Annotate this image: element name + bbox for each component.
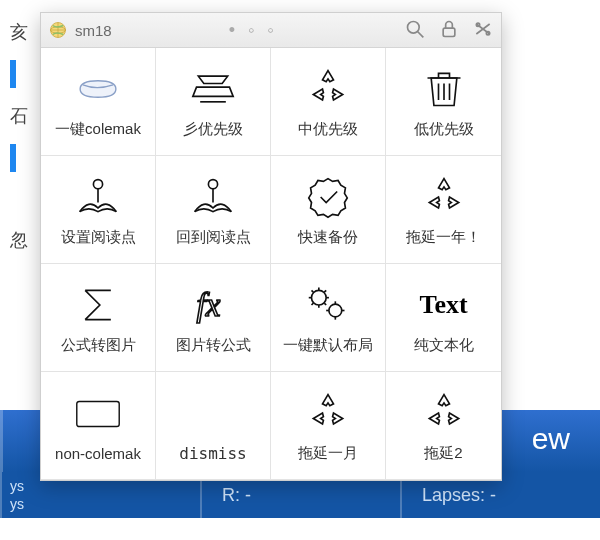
text-icon: Text: [419, 280, 467, 330]
keyboard-icon: [76, 389, 120, 439]
svg-line-25: [324, 290, 326, 292]
reader-goto-icon: [191, 172, 235, 222]
recycle-icon: [422, 388, 466, 438]
fx-icon: fx: [191, 280, 235, 330]
svg-point-13: [208, 180, 217, 189]
action-label: 低优先级: [414, 120, 474, 139]
action-non-colemak[interactable]: non-colemak: [41, 372, 156, 480]
popup-panel: sm18 • ◦ ◦ 一键colemak 彡优先级: [40, 12, 502, 481]
action-label: 纯文本化: [414, 336, 474, 355]
lock-icon[interactable]: [439, 19, 459, 39]
bg-blue-bar: [10, 144, 16, 172]
bg-blue-bar: [10, 60, 16, 88]
action-postpone-year[interactable]: 拖延一年！: [386, 156, 501, 264]
svg-point-27: [333, 308, 338, 313]
action-priority-top[interactable]: 彡优先级: [156, 48, 271, 156]
svg-rect-46: [113, 411, 116, 415]
popup-header: sm18 • ◦ ◦: [41, 13, 501, 48]
action-goto-readpoint[interactable]: 回到阅读点: [156, 156, 271, 264]
action-dismiss[interactable]: dismiss: [156, 372, 271, 480]
gears-icon: [306, 280, 350, 330]
pillow-icon: [76, 64, 120, 114]
svg-rect-33: [80, 405, 84, 409]
recycle-icon: [306, 64, 350, 114]
action-postpone-2[interactable]: 拖延2: [386, 372, 501, 480]
action-label: 彡优先级: [183, 120, 243, 139]
bg-letter: 忽: [10, 230, 28, 250]
settings-icon[interactable]: [473, 19, 493, 39]
header-tools: [395, 19, 493, 42]
action-quick-backup[interactable]: 快速备份: [271, 156, 386, 264]
action-label: 拖延一年！: [406, 228, 481, 247]
action-label: 设置阅读点: [61, 228, 136, 247]
action-label: dismiss: [179, 444, 246, 463]
banner-fragment: ew: [532, 422, 570, 456]
popup-title: sm18: [75, 22, 112, 39]
svg-rect-40: [80, 411, 84, 415]
recycle-icon: [422, 172, 466, 222]
action-grid: 一键colemak 彡优先级 中优先级 低优先级: [41, 48, 501, 480]
action-image-to-formula[interactable]: fx 图片转公式: [156, 264, 271, 372]
svg-rect-48: [86, 417, 108, 422]
action-label: 快速备份: [298, 228, 358, 247]
svg-line-24: [312, 303, 314, 305]
svg-rect-44: [102, 411, 106, 415]
svg-rect-47: [80, 417, 85, 422]
action-postpone-month[interactable]: 拖延一月: [271, 372, 386, 480]
action-label: 一键默认布局: [283, 336, 373, 355]
badge-icon: [306, 172, 350, 222]
svg-rect-42: [91, 411, 95, 415]
action-label: 一键colemak: [55, 120, 141, 139]
globe-icon: [49, 21, 67, 39]
svg-text:fx: fx: [197, 287, 221, 323]
action-priority-low[interactable]: 低优先级: [386, 48, 501, 156]
svg-line-22: [312, 290, 314, 292]
recycle-icon: [306, 388, 350, 438]
svg-rect-35: [91, 405, 95, 409]
action-default-layout[interactable]: 一键默认布局: [271, 264, 386, 372]
action-formula-to-image[interactable]: 公式转图片: [41, 264, 156, 372]
sigma-icon: [76, 280, 120, 330]
action-label: 拖延一月: [298, 444, 358, 463]
action-label: 公式转图片: [61, 336, 136, 355]
scanner-icon: [191, 64, 235, 114]
svg-rect-38: [107, 405, 111, 409]
action-set-readpoint[interactable]: 设置阅读点: [41, 156, 156, 264]
action-label: 回到阅读点: [176, 228, 251, 247]
trash-icon: [422, 64, 466, 114]
action-plain-text[interactable]: Text 纯文本化: [386, 264, 501, 372]
reader-set-icon: [76, 172, 120, 222]
action-label: 图片转公式: [176, 336, 251, 355]
svg-rect-37: [102, 405, 106, 409]
bg-letter: 亥: [10, 22, 28, 42]
action-label: non-colemak: [55, 445, 141, 462]
svg-rect-45: [107, 411, 111, 415]
svg-rect-34: [85, 405, 89, 409]
svg-line-3: [417, 31, 423, 37]
svg-point-2: [407, 21, 419, 33]
svg-rect-41: [85, 411, 89, 415]
svg-rect-43: [96, 411, 100, 415]
svg-line-23: [324, 303, 326, 305]
svg-rect-39: [113, 405, 116, 409]
svg-point-11: [93, 180, 102, 189]
svg-rect-36: [96, 405, 100, 409]
svg-point-17: [316, 295, 322, 301]
action-colemak[interactable]: 一键colemak: [41, 48, 156, 156]
action-label: 中优先级: [298, 120, 358, 139]
search-icon[interactable]: [405, 19, 425, 39]
action-label: 拖延2: [424, 444, 462, 463]
bg-letter: 石: [10, 106, 28, 126]
pagination-dots[interactable]: • ◦ ◦: [112, 20, 395, 41]
svg-rect-4: [443, 28, 455, 36]
svg-rect-49: [110, 417, 116, 422]
action-priority-mid[interactable]: 中优先级: [271, 48, 386, 156]
